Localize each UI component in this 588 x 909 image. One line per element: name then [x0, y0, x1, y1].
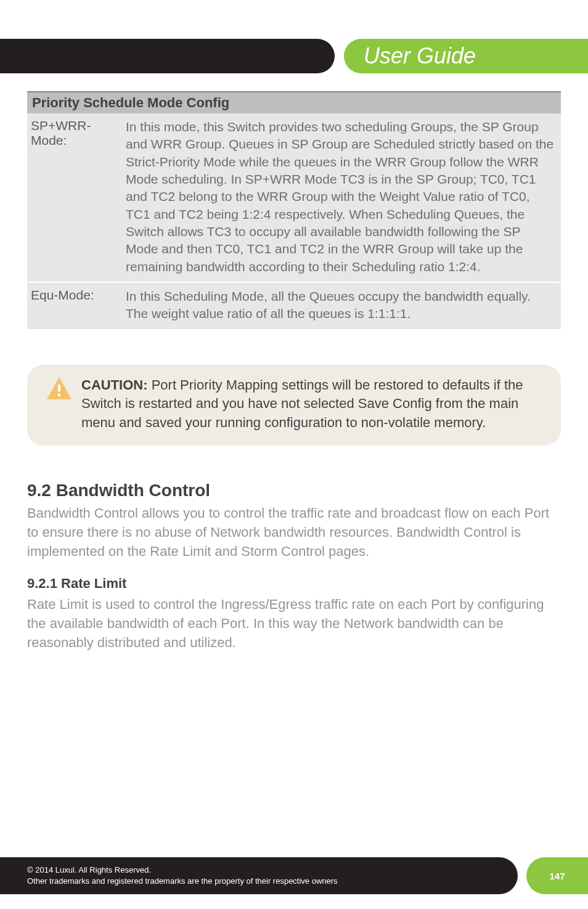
doc-title: User Guide — [364, 43, 476, 69]
footer-bar: © 2014 Luxul. All Rights Reserved. Other… — [0, 857, 518, 894]
section-body-bandwidth: Bandwidth Control allows you to control … — [27, 504, 561, 561]
header-black-pill — [0, 39, 335, 73]
section-heading-ratelimit: 9.2.1 Rate Limit — [27, 576, 561, 592]
table-title: Priority Schedule Mode Config — [32, 95, 229, 110]
warning-triangle-icon — [46, 376, 73, 401]
schedule-mode-table: Priority Schedule Mode Config SP+WRR-Mod… — [27, 91, 561, 330]
section-body-ratelimit: Rate Limit is used to control the Ingres… — [27, 595, 561, 652]
row-body: In this mode, this Switch provides two s… — [122, 113, 561, 282]
section-heading-bandwidth: 9.2 Bandwidth Control — [27, 481, 561, 500]
caution-label: CAUTION: — [81, 377, 148, 393]
caution-body: Port Priority Mapping settings will be r… — [81, 377, 523, 430]
copyright-line2: Other trademarks and registered trademar… — [27, 876, 518, 887]
svg-point-1 — [58, 394, 61, 397]
copyright-line1: © 2014 Luxul. All Rights Reserved. — [27, 865, 518, 876]
table-row: Equ-Mode: In this Scheduling Mode, all t… — [27, 283, 561, 330]
svg-rect-0 — [58, 385, 60, 392]
page-number: 147 — [549, 871, 565, 881]
row-body: In this Scheduling Mode, all the Queues … — [122, 283, 561, 329]
page-header: User Guide — [0, 39, 588, 73]
row-label: Equ-Mode: — [27, 283, 122, 329]
row-label: SP+WRR-Mode: — [27, 113, 122, 282]
caution-box: CAUTION: Port Priority Mapping settings … — [27, 365, 561, 446]
caution-text: CAUTION: Port Priority Mapping settings … — [81, 376, 546, 432]
footer-page-pill: 147 — [526, 857, 588, 894]
table-header-row: Priority Schedule Mode Config — [27, 92, 561, 113]
header-green-pill: User Guide — [344, 39, 588, 73]
table-row: SP+WRR-Mode: In this mode, this Switch p… — [27, 113, 561, 283]
